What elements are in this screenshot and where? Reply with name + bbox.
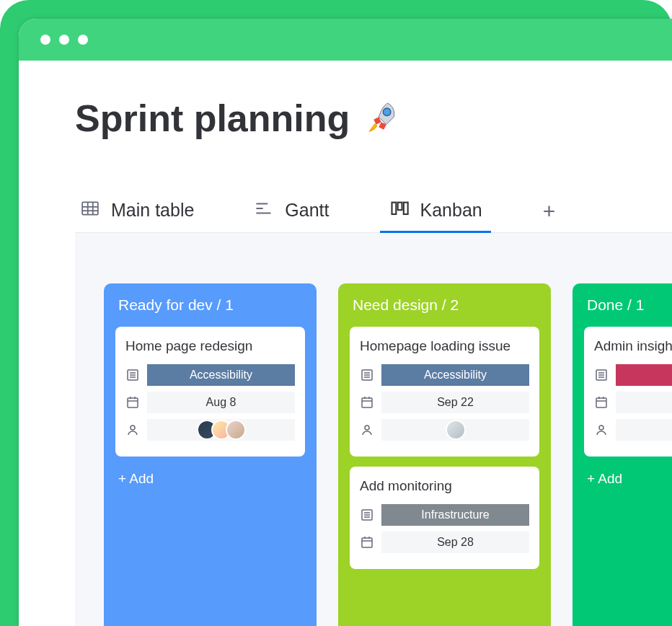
window-dot [78, 35, 88, 45]
avatar [226, 420, 246, 440]
column-title: Done [587, 296, 623, 313]
card-people-row [125, 419, 295, 441]
browser-titlebar [19, 19, 672, 61]
svg-rect-16 [128, 398, 138, 407]
tag-pill[interactable] [616, 364, 672, 386]
date-pill[interactable]: Aug 8 [147, 392, 295, 413]
add-card-button[interactable]: + Add [115, 467, 305, 491]
kanban-card[interactable]: Homepage loading issue Accessibility Se [350, 327, 539, 457]
page-title: Sprint planning [75, 97, 672, 140]
page-title-text: Sprint planning [75, 97, 350, 140]
plus-icon: + [543, 199, 556, 223]
card-date-row [594, 392, 672, 413]
svg-point-29 [365, 426, 369, 430]
date-pill[interactable]: Sep 22 [381, 392, 529, 413]
svg-rect-34 [362, 538, 372, 547]
column-title: Need design [353, 296, 438, 313]
add-view-button[interactable]: + [537, 193, 562, 229]
column-count: 2 [450, 296, 459, 313]
avatar-stack [446, 420, 466, 440]
card-date-row: Sep 22 [360, 392, 529, 413]
card-tag-row: Infrastructure [360, 504, 529, 526]
kanban-board: Ready for dev / 1 Home page redesign Acc… [75, 233, 672, 626]
calendar-icon [125, 395, 140, 410]
card-title: Home page redesign [125, 338, 295, 354]
date-pill[interactable]: Sep 28 [381, 532, 529, 553]
card-people-row [594, 419, 672, 441]
person-icon [125, 423, 140, 437]
column-done: Done / 1 Admin insights [572, 283, 672, 626]
avatar-stack [197, 420, 246, 440]
tag-pill[interactable]: Accessibility [147, 364, 295, 386]
kanban-card[interactable]: Admin insights [584, 327, 672, 457]
people-pill[interactable] [616, 419, 672, 441]
person-icon [594, 423, 609, 437]
kanban-card[interactable]: Home page redesign Accessibility Aug 8 [115, 327, 305, 457]
tab-label: Gantt [285, 200, 329, 221]
column-ready-for-dev: Ready for dev / 1 Home page redesign Acc… [104, 283, 317, 626]
svg-rect-11 [403, 203, 407, 214]
window-dot [59, 35, 69, 45]
add-card-button[interactable]: + Add [584, 467, 672, 491]
svg-rect-25 [362, 398, 372, 407]
tag-pill[interactable]: Accessibility [381, 364, 529, 386]
svg-rect-1 [82, 202, 98, 214]
card-title: Admin insights [594, 338, 672, 354]
svg-rect-10 [397, 203, 402, 211]
column-header[interactable]: Ready for dev / 1 [115, 296, 305, 314]
view-tabs: Main table Gantt [75, 190, 672, 233]
list-icon [360, 368, 374, 382]
column-title: Ready for dev [118, 296, 213, 313]
card-title: Add monitoring [360, 478, 529, 494]
tab-label: Kanban [420, 200, 482, 221]
date-pill[interactable] [616, 392, 672, 413]
rocket-icon [360, 98, 400, 138]
column-header[interactable]: Done / 1 [584, 296, 672, 314]
tab-main-table[interactable]: Main table [75, 190, 198, 232]
kanban-card[interactable]: Add monitoring Infrastructure Sep 28 [350, 467, 539, 569]
svg-rect-9 [392, 203, 396, 214]
people-pill[interactable] [147, 419, 295, 441]
avatar [446, 420, 466, 440]
tab-kanban[interactable]: Kanban [384, 190, 487, 232]
gantt-icon [253, 199, 275, 221]
card-tag-row [594, 364, 672, 386]
person-icon [360, 423, 374, 437]
column-header[interactable]: Need design / 2 [350, 296, 539, 314]
svg-rect-42 [596, 398, 606, 407]
card-title: Homepage loading issue [360, 338, 529, 354]
list-icon [125, 368, 140, 382]
browser-window: Sprint planning [19, 19, 672, 626]
table-icon [79, 199, 101, 221]
app-frame: Sprint planning [0, 0, 672, 626]
calendar-icon [594, 395, 609, 410]
calendar-icon [360, 535, 374, 550]
kanban-icon [389, 199, 410, 221]
tag-pill[interactable]: Infrastructure [381, 504, 529, 526]
card-tag-row: Accessibility [360, 364, 529, 386]
tab-gantt[interactable]: Gantt [249, 190, 333, 232]
column-need-design: Need design / 2 Homepage loading issue A… [338, 283, 551, 626]
tab-label: Main table [111, 200, 194, 221]
svg-point-46 [599, 426, 604, 430]
column-count: 1 [636, 296, 645, 313]
window-dot [40, 35, 50, 45]
card-people-row [360, 419, 529, 441]
list-icon [360, 508, 374, 522]
content-area: Sprint planning [19, 61, 672, 626]
calendar-icon [360, 395, 374, 410]
column-count: 1 [225, 296, 234, 313]
list-icon [594, 368, 609, 382]
card-date-row: Sep 28 [360, 532, 529, 553]
card-tag-row: Accessibility [125, 364, 295, 386]
svg-point-0 [384, 108, 392, 116]
people-pill[interactable] [381, 419, 529, 441]
card-date-row: Aug 8 [125, 392, 295, 413]
svg-point-20 [131, 426, 135, 430]
